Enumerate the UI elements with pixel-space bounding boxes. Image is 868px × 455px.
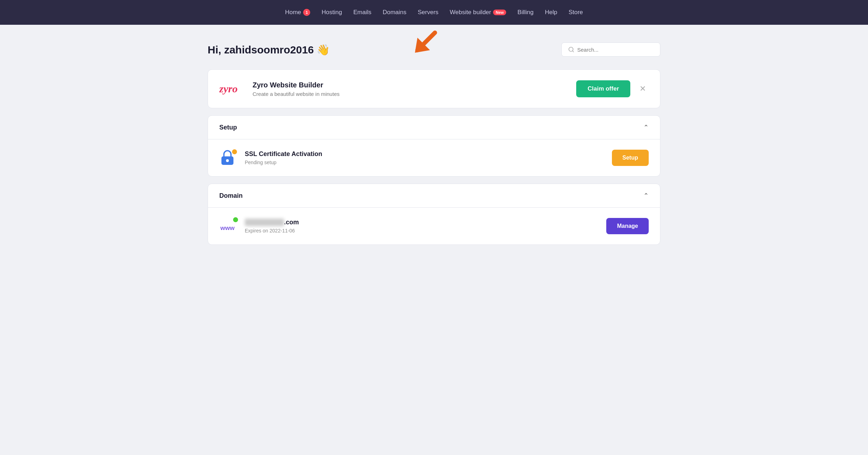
domain-section-header[interactable]: Domain ⌃ — [208, 184, 660, 207]
header-row: Hi, zahidsoomro2016 👋 — [208, 42, 660, 57]
ssl-badge-dot — [231, 149, 238, 155]
greeting: Hi, zahidsoomro2016 👋 — [208, 44, 330, 56]
setup-section-header[interactable]: Setup ⌃ — [208, 116, 660, 139]
nav-label-store: Store — [568, 9, 583, 16]
svg-point-6 — [226, 159, 229, 162]
nav-label-emails: Emails — [353, 9, 371, 16]
nav-item-domains[interactable]: Domains — [383, 9, 406, 16]
nav-label-website-builder: Website builder — [450, 9, 491, 16]
search-icon — [568, 46, 574, 53]
nav-item-servers[interactable]: Servers — [418, 9, 439, 16]
setup-section-card: Setup ⌃ SSL Certificate Activation — [208, 115, 660, 177]
navbar: Home 1 Hosting Emails Domains Servers We… — [0, 0, 868, 25]
claim-offer-button[interactable]: Claim offer — [576, 80, 630, 97]
ssl-icon-container — [219, 149, 238, 167]
zyro-logo: zyro — [219, 81, 245, 97]
domain-section-card: Domain ⌃ www somecustom.com Expi — [208, 184, 660, 245]
domain-chevron-icon: ⌃ — [643, 192, 649, 200]
nav-badge-new: New — [493, 10, 506, 15]
nav-label-servers: Servers — [418, 9, 439, 16]
nav-item-home[interactable]: Home 1 — [285, 9, 310, 16]
zyro-text: Zyro Website Builder Create a beautiful … — [253, 81, 576, 97]
close-zyro-card-button[interactable]: ✕ — [637, 83, 649, 95]
domain-section-title: Domain — [219, 192, 243, 200]
ssl-item-text: SSL Certificate Activation Pending setup — [245, 150, 612, 165]
zyro-subtitle: Create a beautiful website in minutes — [253, 91, 576, 97]
manage-button[interactable]: Manage — [606, 218, 649, 234]
nav-item-store[interactable]: Store — [568, 9, 583, 16]
zyro-title: Zyro Website Builder — [253, 81, 576, 89]
www-icon: www — [220, 218, 237, 234]
domain-item-title: somecustom.com — [245, 219, 606, 226]
nav-items: Home 1 Hosting Emails Domains Servers We… — [285, 9, 583, 16]
nav-badge-home: 1 — [303, 9, 310, 16]
ssl-item-subtitle: Pending setup — [245, 160, 612, 165]
ssl-lock-icon — [221, 150, 236, 166]
svg-text:www: www — [220, 224, 235, 231]
nav-label-billing: Billing — [517, 9, 533, 16]
nav-label-help: Help — [545, 9, 557, 16]
domain-item-text: somecustom.com Expires on 2022-11-06 — [245, 219, 606, 234]
domain-suffix: .com — [284, 219, 299, 226]
domain-item: www somecustom.com Expires on 2022-11-06… — [208, 207, 660, 244]
ssl-item-title: SSL Certificate Activation — [245, 150, 612, 158]
nav-label-home: Home — [285, 9, 301, 16]
search-input[interactable] — [577, 47, 654, 53]
setup-chevron-icon: ⌃ — [643, 123, 649, 131]
setup-section-title: Setup — [219, 124, 237, 131]
nav-item-help[interactable]: Help — [545, 9, 557, 16]
domain-blurred: somecustom — [245, 219, 284, 226]
nav-label-domains: Domains — [383, 9, 406, 16]
ssl-item: SSL Certificate Activation Pending setup… — [208, 139, 660, 176]
nav-item-emails[interactable]: Emails — [353, 9, 371, 16]
nav-item-website-builder[interactable]: Website builder New — [450, 9, 506, 16]
nav-label-hosting: Hosting — [322, 9, 342, 16]
setup-button[interactable]: Setup — [612, 150, 649, 166]
www-badge-dot — [232, 217, 239, 223]
svg-line-3 — [572, 51, 573, 52]
nav-item-billing[interactable]: Billing — [517, 9, 533, 16]
search-box — [561, 42, 660, 57]
main-content: Hi, zahidsoomro2016 👋 zyro Zyro Website … — [186, 25, 682, 273]
nav-item-hosting[interactable]: Hosting — [322, 9, 342, 16]
zyro-card: zyro Zyro Website Builder Create a beaut… — [208, 69, 660, 108]
domain-expires: Expires on 2022-11-06 — [245, 228, 606, 234]
svg-text:zyro: zyro — [219, 83, 238, 94]
www-icon-container: www — [219, 217, 238, 235]
